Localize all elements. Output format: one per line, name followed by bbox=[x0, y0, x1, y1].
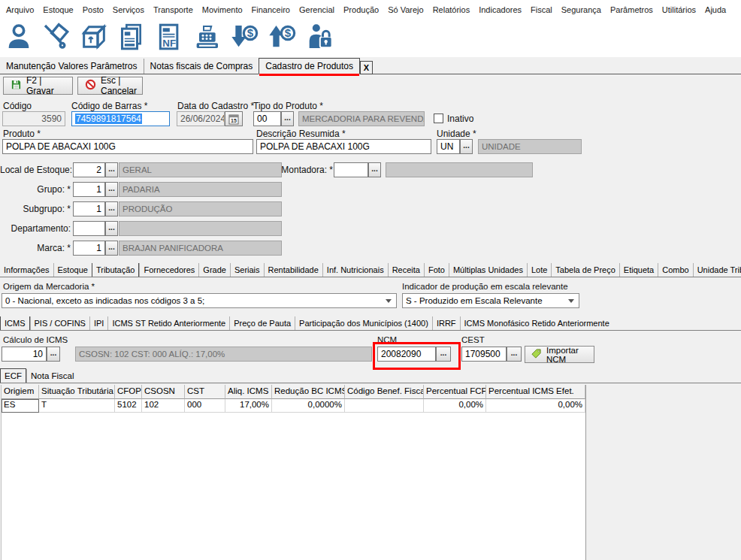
window-tab-cadastro-produtos[interactable]: Cadastro de Produtos bbox=[259, 58, 360, 74]
tab-multiplas-unidades[interactable]: Múltiplas Unidades bbox=[449, 263, 527, 277]
tab-unidade-tributavel[interactable]: Unidade Tributável bbox=[693, 263, 741, 277]
tab-informacoes[interactable]: Informações bbox=[0, 263, 53, 277]
menu-estoque[interactable]: Estoque bbox=[38, 2, 77, 17]
column-header-cst[interactable]: CST bbox=[185, 385, 225, 399]
unidade-input[interactable]: UN bbox=[437, 139, 460, 154]
ncm-lookup-button[interactable]: ... bbox=[436, 347, 451, 362]
tab-receita[interactable]: Receita bbox=[388, 263, 424, 277]
cell-csosn[interactable]: 102 bbox=[142, 399, 185, 413]
column-header-reducao-bc[interactable]: Redução BC ICMS bbox=[272, 385, 345, 399]
cest-input[interactable]: 1709500 bbox=[461, 347, 507, 362]
grupo-input[interactable]: 1 bbox=[73, 182, 105, 197]
window-tab-manutencao[interactable]: Manutenção Valores Parâmetros bbox=[0, 59, 144, 74]
column-header-csosn[interactable]: CSOSN bbox=[142, 385, 185, 399]
cell-percentual-icms-efet[interactable]: 0,00% bbox=[486, 399, 585, 413]
menu-relatorios[interactable]: Relatórios bbox=[428, 2, 475, 17]
menu-arquivo[interactable]: Arquivo bbox=[2, 2, 38, 17]
data-cadastro-field[interactable]: 26/06/2024 bbox=[177, 111, 225, 126]
cell-percentual-fcp[interactable]: 0,00% bbox=[424, 399, 486, 413]
column-header-codigo-benef[interactable]: Código Benef. Fiscal bbox=[345, 385, 424, 399]
column-header-percentual-fcp[interactable]: Percentual FCP bbox=[424, 385, 486, 399]
column-header-aliq-icms[interactable]: Aliq. ICMS bbox=[225, 385, 272, 399]
tipo-produto-input[interactable]: 00 bbox=[253, 111, 281, 126]
tab-fornecedores[interactable]: Fornecedores bbox=[139, 263, 198, 277]
income-toolbar-button[interactable]: $ bbox=[266, 22, 298, 55]
tab-seriais[interactable]: Seriais bbox=[230, 263, 264, 277]
cell-cfop[interactable]: 5102 bbox=[115, 399, 142, 413]
tab-preco-pauta[interactable]: Preço de Pauta bbox=[229, 316, 295, 330]
subgrupo-input[interactable]: 1 bbox=[73, 201, 105, 216]
tab-irrf[interactable]: IRRF bbox=[432, 316, 460, 330]
tab-combo[interactable]: Combo bbox=[658, 263, 692, 277]
menu-indicadores[interactable]: Indicadores bbox=[474, 2, 526, 17]
tab-ipi[interactable]: IPI bbox=[89, 316, 107, 330]
local-estoque-lookup-button[interactable]: ... bbox=[105, 162, 118, 177]
security-toolbar-button[interactable] bbox=[304, 22, 335, 55]
clients-toolbar-button[interactable] bbox=[3, 22, 35, 55]
cell-situacao[interactable]: T bbox=[39, 399, 115, 413]
cell-cst[interactable]: 000 bbox=[185, 399, 225, 413]
cash-register-toolbar-button[interactable] bbox=[191, 22, 222, 55]
cancel-button[interactable]: Esc | Cancelar bbox=[77, 77, 143, 95]
products-toolbar-button[interactable] bbox=[78, 22, 110, 55]
window-tab-notas-fiscais[interactable]: Notas fiscais de Compras bbox=[144, 59, 259, 74]
tab-ecf[interactable]: ECF bbox=[0, 368, 26, 383]
menu-ajuda[interactable]: Ajuda bbox=[700, 2, 730, 17]
tab-nota-fiscal[interactable]: Nota Fiscal bbox=[26, 369, 78, 383]
cell-reducao-bc[interactable]: 0,0000% bbox=[272, 399, 345, 413]
nf-toolbar-button[interactable]: NF bbox=[153, 22, 185, 55]
cell-codigo-benef[interactable] bbox=[345, 399, 424, 413]
importar-ncm-button[interactable]: Importar NCM bbox=[525, 346, 594, 363]
calculo-icms-lookup-button[interactable]: ... bbox=[47, 347, 60, 362]
tab-icms-monofasico[interactable]: ICMS Monofásico Retido Anteriormente bbox=[460, 316, 613, 330]
save-button[interactable]: F2 | Gravar bbox=[3, 77, 73, 95]
tab-participacao-municipios[interactable]: Participação dos Municípios (1400) bbox=[295, 316, 432, 330]
montadora-input[interactable] bbox=[334, 162, 368, 177]
departamento-lookup-button[interactable]: ... bbox=[105, 221, 118, 236]
calendar-picker-button[interactable]: 15 bbox=[225, 111, 243, 126]
column-header-percentual-icms-efet[interactable]: Percentual ICMS Efet. bbox=[486, 385, 585, 399]
column-header-situacao[interactable]: Situação Tributária bbox=[39, 385, 115, 399]
tab-foto[interactable]: Foto bbox=[424, 263, 449, 277]
local-estoque-input[interactable]: 2 bbox=[73, 162, 105, 177]
tab-etiqueta[interactable]: Etiqueta bbox=[619, 263, 658, 277]
tab-icms-st-retido[interactable]: ICMS ST Retido Anteriormente bbox=[107, 316, 229, 330]
menu-financeiro[interactable]: Financeiro bbox=[247, 2, 295, 17]
origem-mercadoria-select[interactable]: 0 - Nacional, exceto as indicadas nos có… bbox=[2, 293, 397, 308]
tab-rentabilidade[interactable]: Rentabilidade bbox=[264, 263, 322, 277]
ncm-input[interactable]: 20082090 bbox=[377, 347, 436, 362]
menu-utilitarios[interactable]: Utilitários bbox=[658, 2, 700, 17]
cell-aliq-icms[interactable]: 17,00% bbox=[225, 399, 272, 413]
cest-lookup-button[interactable]: ... bbox=[507, 347, 522, 362]
marca-input[interactable]: 1 bbox=[73, 241, 105, 256]
tipo-produto-lookup-button[interactable]: ... bbox=[281, 111, 294, 126]
grupo-lookup-button[interactable]: ... bbox=[105, 182, 118, 197]
menu-transporte[interactable]: Transporte bbox=[149, 2, 198, 17]
inativo-checkbox[interactable] bbox=[434, 114, 443, 123]
tab-lote[interactable]: Lote bbox=[527, 263, 551, 277]
menu-seguranca[interactable]: Segurança bbox=[557, 2, 606, 17]
montadora-lookup-button[interactable]: ... bbox=[368, 162, 381, 177]
menu-so-varejo[interactable]: Só Varejo bbox=[383, 2, 428, 17]
menu-fiscal[interactable]: Fiscal bbox=[526, 2, 557, 17]
departamento-input[interactable] bbox=[73, 221, 105, 236]
receiving-toolbar-button[interactable] bbox=[41, 22, 72, 55]
menu-producao[interactable]: Produção bbox=[339, 2, 383, 17]
column-header-cfop[interactable]: CFOP bbox=[115, 385, 142, 399]
produto-input[interactable]: POLPA DE ABACAXI 100G bbox=[2, 139, 253, 154]
tab-pis-cofins[interactable]: PIS / COFINS bbox=[30, 316, 89, 330]
subgrupo-lookup-button[interactable]: ... bbox=[105, 201, 118, 216]
expenses-toolbar-button[interactable]: $ bbox=[228, 22, 260, 55]
tab-tributacao[interactable]: Tributação bbox=[92, 263, 140, 277]
invoices-toolbar-button[interactable] bbox=[116, 22, 147, 55]
menu-gerencial[interactable]: Gerencial bbox=[295, 2, 339, 17]
menu-posto[interactable]: Posto bbox=[78, 2, 108, 17]
menu-servicos[interactable]: Serviços bbox=[108, 2, 149, 17]
cell-origiem[interactable]: ES bbox=[2, 399, 39, 413]
tab-tabela-preco[interactable]: Tabela de Preço bbox=[551, 263, 619, 277]
marca-lookup-button[interactable]: ... bbox=[105, 241, 118, 256]
menu-movimento[interactable]: Movimento bbox=[198, 2, 247, 17]
descricao-resumida-input[interactable]: POLPA DE ABACAXI 100G bbox=[256, 139, 431, 154]
column-header-origiem[interactable]: Origiem bbox=[2, 385, 39, 399]
tab-estoque[interactable]: Estoque bbox=[53, 263, 92, 277]
